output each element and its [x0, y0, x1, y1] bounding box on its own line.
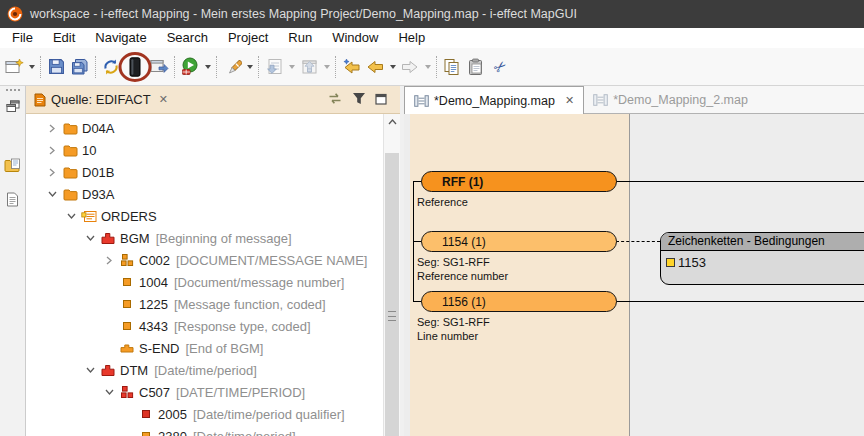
tab-quelle-edifact[interactable]: Quelle: EDIFACT ✕ — [26, 86, 176, 114]
highlighter-dropdown[interactable] — [244, 54, 255, 80]
edifact-tree: D04A 10 D01B D93A — [26, 114, 383, 436]
node-1156[interactable]: 1156 (1) — [421, 291, 617, 312]
forward-icon[interactable] — [398, 54, 422, 80]
condition-box-title: Zeichenketten - Bedingungen — [661, 233, 864, 251]
chevron-down-icon[interactable] — [86, 234, 99, 242]
element-icon — [137, 432, 155, 436]
restore-views-icon[interactable] — [0, 100, 25, 113]
chevron-right-icon[interactable] — [48, 168, 61, 177]
message-icon — [80, 210, 98, 223]
run-dropdown[interactable] — [202, 54, 213, 80]
segment-icon — [99, 364, 117, 377]
toolbar-separator — [332, 55, 339, 79]
save-all-icon[interactable] — [68, 54, 92, 80]
condition-box[interactable]: Zeichenketten - Bedingungen 1153 — [660, 232, 864, 285]
edifact-document-icon — [34, 93, 46, 107]
cut-icon[interactable]: ✂ — [488, 54, 512, 80]
export-window-icon[interactable] — [147, 54, 171, 80]
tree-item-bgm[interactable]: BGM[Beginning of message] — [26, 227, 383, 249]
node-1154[interactable]: 1154 (1) — [421, 231, 617, 252]
menu-run[interactable]: Run — [278, 28, 322, 48]
chevron-right-icon[interactable] — [105, 256, 118, 265]
menu-file[interactable]: File — [2, 28, 43, 48]
filter-icon[interactable] — [352, 91, 366, 109]
menu-navigate[interactable]: Navigate — [85, 28, 156, 48]
ieffect-server-icon[interactable] — [123, 54, 147, 80]
save-icon[interactable] — [44, 54, 68, 80]
node-rff-sublabel: Reference — [417, 196, 468, 208]
segment-end-icon — [118, 343, 136, 353]
composite-icon — [118, 254, 136, 266]
open-mapping-folder-icon[interactable] — [0, 158, 25, 173]
scroll-up-icon[interactable] — [384, 114, 400, 130]
back-icon[interactable] — [363, 54, 387, 80]
tree-item-1004[interactable]: 1004[Document/message number] — [26, 271, 383, 293]
chevron-right-icon[interactable] — [48, 124, 61, 133]
menu-help[interactable]: Help — [388, 28, 435, 48]
tree-item-1225[interactable]: 1225[Message function, coded] — [26, 293, 383, 315]
application-window: workspace - i-effect Mapping - Mein erst… — [0, 0, 864, 436]
tree-item-d01b[interactable]: D01B — [26, 161, 383, 183]
tab-demo-mapping[interactable]: *Demo_Mapping.map ✕ — [404, 86, 584, 114]
chevron-down-icon[interactable] — [67, 212, 80, 220]
node-1156-sublabel: Line number — [417, 330, 478, 342]
toolbar-separator — [255, 55, 262, 79]
folder-icon — [61, 188, 79, 201]
close-icon[interactable]: ✕ — [159, 93, 168, 106]
check-out-icon[interactable] — [297, 54, 321, 80]
highlighter-icon[interactable] — [220, 54, 244, 80]
back-dropdown[interactable] — [387, 54, 398, 80]
menu-edit[interactable]: Edit — [43, 28, 85, 48]
new-wizard-dropdown[interactable] — [26, 54, 37, 80]
tree-item-d93a[interactable]: D93A — [26, 183, 383, 205]
forward-dropdown[interactable] — [422, 54, 433, 80]
tree-item-orders[interactable]: ORDERS — [26, 205, 383, 227]
drag-handle[interactable] — [6, 89, 20, 91]
synchronize-icon[interactable] — [99, 54, 123, 80]
node-1154-sublabel: Seg: SG1-RFF — [417, 256, 490, 268]
node-1154-sublabel: Reference number — [417, 270, 508, 282]
tree-item-2380[interactable]: 2380[Date/time/period] — [26, 425, 383, 436]
fast-view-bar — [0, 86, 26, 436]
chevron-right-icon[interactable] — [48, 146, 61, 155]
document-icon[interactable] — [0, 192, 25, 207]
check-in-dropdown[interactable] — [286, 54, 297, 80]
paste-icon[interactable] — [464, 54, 488, 80]
scrollbar-thumb[interactable] — [385, 153, 399, 436]
tree-scrollbar[interactable] — [383, 114, 400, 436]
menu-window[interactable]: Window — [322, 28, 388, 48]
tree-item-10[interactable]: 10 — [26, 139, 383, 161]
tree-item-dtm[interactable]: DTM[Date/time/period] — [26, 359, 383, 381]
close-icon[interactable]: ✕ — [565, 94, 574, 107]
check-in-icon[interactable] — [262, 54, 286, 80]
chevron-down-icon[interactable] — [48, 190, 61, 198]
condition-item-1153[interactable]: 1153 — [661, 251, 864, 270]
link-with-editor-icon[interactable] — [327, 91, 343, 109]
tree-item-c002[interactable]: C002[DOCUMENT/MESSAGE NAME] — [26, 249, 383, 271]
tab-demo-mapping-2[interactable]: *Demo_Mapping_2.map — [584, 86, 757, 114]
chevron-down-icon[interactable] — [86, 366, 99, 374]
new-wizard-icon[interactable] — [2, 54, 26, 80]
menu-project[interactable]: Project — [218, 28, 278, 48]
tree-item-2005[interactable]: 2005[Date/time/period qualifier] — [26, 403, 383, 425]
node-rff[interactable]: RFF (1) — [421, 171, 617, 192]
tree-item-c507[interactable]: C507[DATE/TIME/PERIOD] — [26, 381, 383, 403]
toolbar-separator — [37, 55, 44, 79]
tree-item-s-end[interactable]: S-END[End of BGM] — [26, 337, 383, 359]
chevron-down-icon[interactable] — [105, 388, 118, 396]
mapping-line-1154-condition — [616, 241, 660, 242]
mapping-file-icon — [593, 94, 608, 106]
menu-search[interactable]: Search — [157, 28, 218, 48]
editor-tab-label: *Demo_Mapping_2.map — [613, 93, 748, 107]
run-icon[interactable] — [178, 54, 202, 80]
mapping-canvas[interactable]: RFF (1) Reference 1154 (1) Seg: SG1-RFF … — [404, 114, 864, 436]
element-icon — [666, 258, 675, 267]
copy-icon[interactable] — [440, 54, 464, 80]
check-out-dropdown[interactable] — [321, 54, 332, 80]
last-edit-location-icon[interactable] — [339, 54, 363, 80]
source-tab-label: Quelle: EDIFACT — [51, 92, 151, 107]
tree-item-d04a[interactable]: D04A — [26, 117, 383, 139]
title-bar: workspace - i-effect Mapping - Mein erst… — [0, 0, 864, 28]
tree-item-4343[interactable]: 4343[Response type, coded] — [26, 315, 383, 337]
maximize-icon[interactable] — [375, 91, 387, 109]
